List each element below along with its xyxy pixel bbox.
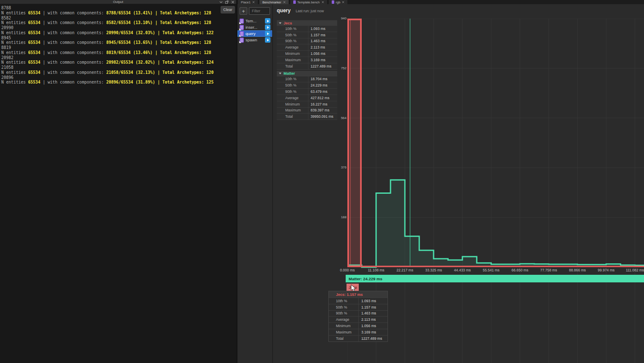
console-text: with common components: [48, 40, 106, 45]
script-icon [332, 0, 334, 4]
close-icon[interactable] [231, 0, 235, 4]
tab-label: rgb [336, 0, 341, 4]
add-benchmark-button[interactable]: + [240, 7, 247, 15]
benchmark-item-spawn[interactable]: spawn [237, 37, 272, 43]
stats-row-value: 1.157 ms [308, 32, 337, 38]
matter-hover-bar: Matter: 24.229 ms [346, 275, 644, 282]
stats-row: Minimum1.056 ms [277, 51, 337, 57]
tab-benchmarker[interactable]: Benchmarker [259, 0, 289, 4]
tooltip-row: Average2.113 ms [329, 316, 387, 322]
console-text: 65534 [28, 70, 41, 75]
console-text: 8945/65534 (13.65%) [106, 40, 153, 45]
run-benchmark-button[interactable] [265, 24, 270, 30]
benchmark-item-inser[interactable]: inser... [237, 24, 272, 30]
console-line-stats: N entities 65534 | with common component… [1, 30, 219, 35]
run-benchmark-button[interactable] [265, 31, 270, 36]
console-text: with common components: [48, 30, 106, 35]
console-line-plain: 8945 [1, 35, 219, 41]
histogram-chart[interactable] [347, 19, 644, 363]
x-tick-label: 88.866 ms [569, 268, 586, 272]
play-icon [267, 33, 269, 35]
console-text: | [40, 50, 47, 55]
console-text: | [153, 20, 160, 25]
jecs-tooltip-panel: Jecs: 1.157 ms 10th %1.093 ms50th %1.157… [328, 291, 388, 342]
tab-close-icon[interactable] [283, 0, 286, 4]
output-panel: Output Clear 8788N entities 65534 | with… [0, 0, 237, 363]
x-tick-label: 11.108 ms [368, 268, 385, 272]
console-text: | [40, 70, 47, 75]
stats-row-value: 1.093 ms [308, 26, 337, 32]
console-text: N entities [1, 80, 28, 84]
console-line-stats: N entities 65534 | with common component… [1, 80, 219, 85]
console-text: with common components: [48, 50, 106, 55]
stats-row: 10th %18.704 ms [277, 76, 337, 83]
console-line-plain: 8819 [1, 45, 219, 50]
benchmark-list: Tem...inser...queryspawn [237, 18, 272, 43]
tab-close-icon[interactable] [252, 0, 255, 4]
console-text: 20982 [1, 55, 14, 60]
stats-row-label: Average [277, 45, 308, 49]
console-line-stats: N entities 65534 | with common component… [1, 70, 219, 75]
console-text: 8819/65534 (13.46%) [106, 50, 153, 55]
stats-row-label: Minimum [277, 102, 308, 106]
jecs-histogram-bar [348, 19, 361, 266]
tooltip-row-label: Average [329, 317, 358, 322]
tooltip-row-value: 3.169 ms [358, 329, 387, 335]
console-text: 8945 [1, 35, 11, 40]
stats-row-value: 427.812 ms [308, 95, 337, 101]
stats-row-label: 50th % [277, 83, 308, 87]
run-benchmark-button[interactable] [265, 18, 270, 24]
console-text: 65534 [28, 30, 41, 35]
console-text: with common components: [48, 20, 106, 25]
console-text: | [153, 11, 160, 15]
section-name: Jecs [284, 21, 292, 25]
console-text: | [40, 80, 47, 84]
detail-header: query Last run: just now [277, 8, 324, 14]
console-text: 8788 [1, 5, 11, 10]
section-name: Matter [284, 71, 295, 76]
section-header-jecs[interactable]: Jecs [277, 20, 337, 26]
clear-output-button[interactable]: Clear [221, 6, 235, 14]
console-text: N entities [1, 50, 28, 55]
console-line-stats: N entities 65534 | with common component… [1, 11, 219, 16]
x-tick-label: 0.000 ms [340, 268, 355, 272]
console-line-plain: 20990 [1, 25, 219, 30]
console-line-plain: 21058 [1, 65, 219, 70]
console-text: N entities [1, 20, 28, 25]
tab-close-icon[interactable] [342, 0, 344, 4]
console-text: Total Archetypes: 124 [162, 60, 213, 65]
stats-row: Maximum3.169 ms [277, 57, 337, 63]
stats-row: 10th %1.093 ms [277, 26, 337, 32]
stats-row-label: Minimum [277, 51, 308, 56]
stats-row: Average427.812 ms [277, 95, 337, 101]
stats-row: Total1227.489 ms [277, 63, 337, 70]
benchmark-item-query[interactable]: query [237, 30, 272, 37]
filter-input[interactable] [249, 7, 270, 15]
run-benchmark-button[interactable] [265, 37, 270, 43]
tooltip-row: Total1227.489 ms [329, 335, 387, 341]
console-text: | [40, 20, 47, 25]
tab-rgb[interactable]: rgb [329, 0, 348, 4]
x-tick-label: 22.217 ms [396, 268, 413, 272]
stats-row-value: 1.463 ms [308, 38, 337, 44]
stats-row-label: Average [277, 96, 308, 100]
stats-row-label: 10th % [277, 77, 308, 81]
x-tick-label: 66.650 ms [511, 268, 528, 272]
section-header-matter[interactable]: Matter [277, 71, 337, 76]
console-text: 65534 [28, 40, 41, 45]
console-text: 65534 [28, 20, 41, 25]
stats-row: Maximum839.397 ms [277, 108, 337, 114]
tab-place1[interactable]: Place1 [238, 0, 258, 4]
console-text: Total Archetypes: 125 [162, 80, 213, 84]
pop-out-icon[interactable] [225, 0, 229, 4]
benchmark-item-Tem[interactable]: Tem... [237, 18, 272, 24]
console-log[interactable]: 8788N entities 65534 | with common compo… [1, 5, 219, 363]
console-text: 21058/65534 (32.13%) [106, 70, 155, 75]
tab-close-icon[interactable] [322, 0, 324, 4]
stats-row: 90th %1.463 ms [277, 38, 337, 45]
stats-row: Total39950.091 ms [277, 114, 337, 120]
chevron-down-icon[interactable] [219, 0, 223, 4]
play-icon [267, 26, 269, 29]
tab-template-bench[interactable]: Template.bench [290, 0, 327, 4]
tab-label: Template.bench [297, 0, 320, 4]
